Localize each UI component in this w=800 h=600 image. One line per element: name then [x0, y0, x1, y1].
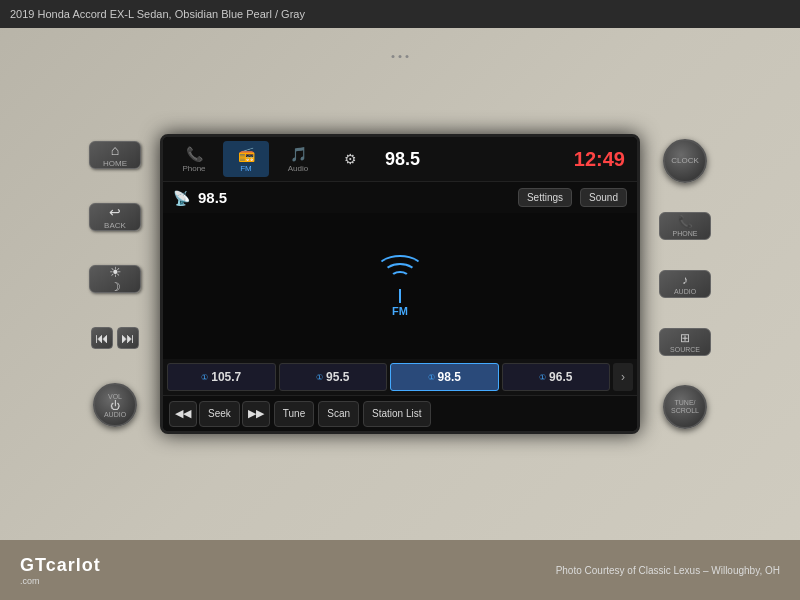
home-icon: ⌂: [111, 142, 119, 158]
top-bar: 2019 Honda Accord EX-L Sedan, Obsidian B…: [0, 0, 800, 28]
tune-button[interactable]: Tune: [274, 401, 314, 427]
infotainment-screen: 📞 Phone 📻 FM 🎵 Audio ⚙ 98.5 12:49: [160, 134, 640, 434]
footer: GTcarlot .com Photo Courtesy of Classic …: [0, 540, 800, 600]
back-label: BACK: [104, 221, 126, 230]
skip-fwd-button[interactable]: ⏭: [117, 327, 139, 349]
preset-freq-4: 96.5: [549, 370, 572, 384]
audio-label: AUDIO: [104, 411, 126, 418]
seek-fwd-button[interactable]: ▶▶: [242, 401, 270, 427]
right-panel: CLOCK 📞 PHONE ♪ AUDIO ⊞ SOURCE TUNE/ SCR…: [640, 114, 730, 454]
clock-display: 12:49: [574, 148, 625, 171]
fm-antenna: FM: [370, 251, 430, 317]
preset-next-button[interactable]: ›: [613, 363, 633, 391]
phone-hw-label: PHONE: [673, 230, 698, 237]
home-label: HOME: [103, 159, 127, 168]
clock-label: CLOCK: [671, 156, 699, 165]
presets-bar: ① 105.7 ① 95.5 ① 98.5 ① 96.5 ›: [163, 359, 637, 395]
tune-scroll-knob[interactable]: TUNE/ SCROLL: [663, 385, 707, 429]
preset-item-3[interactable]: ① 98.5: [390, 363, 499, 391]
power-icon: ⏻: [110, 400, 120, 411]
preset-num-2: ①: [316, 373, 323, 382]
page-title: 2019 Honda Accord EX-L Sedan, Obsidian B…: [10, 8, 305, 20]
fm-button[interactable]: 📻 FM: [223, 141, 269, 177]
antenna-waves: [370, 251, 430, 291]
source-button[interactable]: ⊞ SOURCE: [659, 328, 711, 356]
footer-logo: GTcarlot .com: [20, 555, 101, 586]
brightness-button[interactable]: ☀ ☽: [89, 265, 141, 293]
phone-label: Phone: [182, 164, 205, 173]
freq-large-display: 98.5: [385, 149, 568, 170]
sound-button[interactable]: Sound: [580, 188, 627, 207]
preset-num-1: ①: [201, 373, 208, 382]
clock-knob[interactable]: CLOCK: [663, 139, 707, 183]
logo-sub: .com: [20, 576, 40, 586]
source-label: SOURCE: [670, 346, 700, 353]
page-wrapper: 2019 Honda Accord EX-L Sedan, Obsidian B…: [0, 0, 800, 600]
vol-knob[interactable]: VOL ⏻ AUDIO: [93, 383, 137, 427]
audio-nav-button[interactable]: 🎵 Audio: [275, 141, 321, 177]
bluetooth-button[interactable]: ⚙: [327, 141, 373, 177]
phone-hw-button[interactable]: 📞 PHONE: [659, 212, 711, 240]
station-list-button[interactable]: Station List: [363, 401, 430, 427]
fm-text-label: FM: [392, 305, 408, 317]
settings-button[interactable]: Settings: [518, 188, 572, 207]
screen-main: FM: [163, 213, 637, 359]
preset-num-3: ①: [428, 373, 435, 382]
preset-item-2[interactable]: ① 95.5: [279, 363, 388, 391]
skip-back-button[interactable]: ⏮: [91, 327, 113, 349]
tune-scroll-label: TUNE/ SCROLL: [665, 399, 705, 414]
radio-icon: 📡: [173, 190, 190, 206]
fm-label: FM: [240, 164, 252, 173]
home-button[interactable]: ⌂ HOME: [89, 141, 141, 169]
brightness-icon: ☀: [109, 264, 122, 280]
logo-text: GTcarlot: [20, 555, 101, 576]
preset-freq-2: 95.5: [326, 370, 349, 384]
seek-back-button[interactable]: ◀◀: [169, 401, 197, 427]
antenna-pole: [399, 289, 401, 303]
phone-hw-icon: 📞: [678, 215, 693, 229]
preset-num-4: ①: [539, 373, 546, 382]
audio-hw-icon: ♪: [682, 273, 688, 287]
moon-icon: ☽: [110, 280, 121, 294]
current-freq-display: 98.5: [198, 189, 510, 206]
skip-controls: ⏮ ⏭: [91, 327, 139, 349]
back-icon: ↩: [109, 204, 121, 220]
screen-controls: ◀◀ Seek ▶▶ Tune Scan Station List: [163, 395, 637, 431]
phone-icon: 📞: [186, 146, 203, 162]
preset-freq-1: 105.7: [211, 370, 241, 384]
seek-label-btn[interactable]: Seek: [199, 401, 240, 427]
vol-label: VOL: [108, 393, 122, 400]
footer-caption: Photo Courtesy of Classic Lexus – Willou…: [556, 565, 780, 576]
audio-hw-label: AUDIO: [674, 288, 696, 295]
seek-group: ◀◀ Seek ▶▶: [169, 401, 270, 427]
left-panel: ⌂ HOME ↩ BACK ☀ ☽ ⏮ ⏭ VOL ⏻ AUDIO: [70, 114, 160, 454]
audio-icon: 🎵: [290, 146, 307, 162]
preset-freq-3: 98.5: [438, 370, 461, 384]
audio-nav-label: Audio: [288, 164, 308, 173]
preset-item-4[interactable]: ① 96.5: [502, 363, 611, 391]
source-icon: ⊞: [680, 331, 690, 345]
preset-item-1[interactable]: ① 105.7: [167, 363, 276, 391]
scan-button[interactable]: Scan: [318, 401, 359, 427]
fm-icon: 📻: [238, 146, 255, 162]
wave-arc-inner: [390, 271, 410, 285]
screen-topbar: 📞 Phone 📻 FM 🎵 Audio ⚙ 98.5 12:49: [163, 137, 637, 181]
main-content: ⌂ HOME ↩ BACK ☀ ☽ ⏮ ⏭ VOL ⏻ AUDIO: [0, 28, 800, 540]
screen-bar2: 📡 98.5 Settings Sound: [163, 181, 637, 213]
bluetooth-icon: ⚙: [344, 151, 357, 167]
audio-hw-button[interactable]: ♪ AUDIO: [659, 270, 711, 298]
back-button[interactable]: ↩ BACK: [89, 203, 141, 231]
phone-button[interactable]: 📞 Phone: [171, 141, 217, 177]
